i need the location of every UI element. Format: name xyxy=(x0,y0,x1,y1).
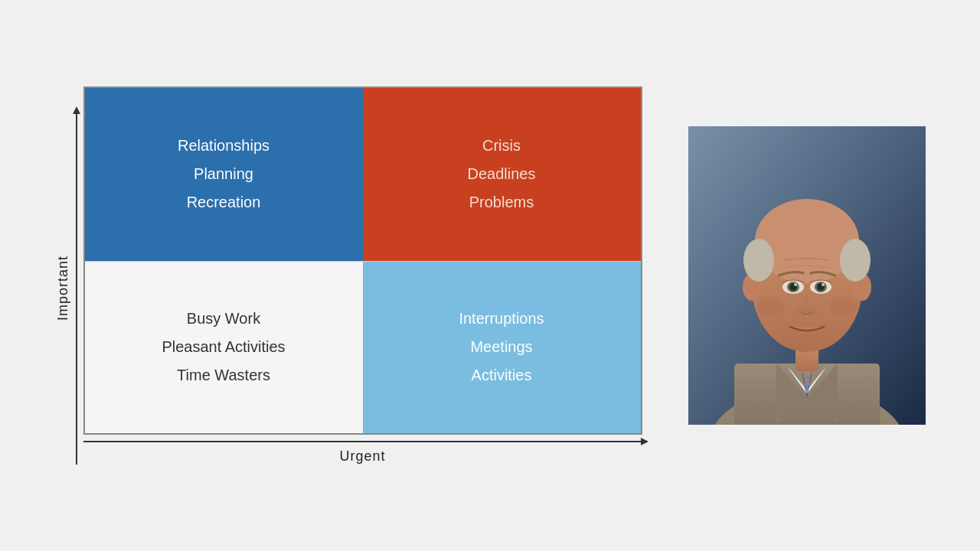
y-axis-line xyxy=(76,112,77,465)
q4-item-3: Activities xyxy=(472,367,532,384)
quadrant-urgent-not-important: Interruptions Meetings Activities xyxy=(363,261,641,434)
x-axis-line xyxy=(83,441,642,442)
svg-point-10 xyxy=(805,388,808,391)
svg-point-17 xyxy=(840,239,871,282)
svg-point-8 xyxy=(804,383,807,386)
quadrant-not-urgent-not-important: Busy Work Pleasant Activities Time Waste… xyxy=(85,261,363,434)
y-axis-label: Important xyxy=(55,256,71,321)
q1-item-3: Recreation xyxy=(187,194,261,211)
portrait-image xyxy=(688,126,926,425)
matrix-grid: Relationships Planning Recreation Crisis… xyxy=(83,86,642,435)
matrix-and-xaxis: Relationships Planning Recreation Crisis… xyxy=(83,86,642,465)
q4-item-2: Meetings xyxy=(470,338,532,356)
x-axis-container: Urgent xyxy=(83,441,642,465)
svg-point-28 xyxy=(757,297,785,315)
q1-item-2: Planning xyxy=(194,165,253,183)
main-container: Important Relationships Planning Recreat… xyxy=(0,0,980,551)
svg-point-29 xyxy=(829,297,857,315)
q2-item-1: Crisis xyxy=(482,137,521,155)
x-axis-label: Urgent xyxy=(339,448,385,465)
svg-point-7 xyxy=(805,377,808,380)
q1-item-1: Relationships xyxy=(178,137,270,155)
q3-item-1: Busy Work xyxy=(187,310,260,328)
svg-point-25 xyxy=(822,283,825,286)
svg-point-24 xyxy=(794,283,797,286)
q3-item-3: Time Wasters xyxy=(177,367,270,384)
quadrant-not-urgent-important: Relationships Planning Recreation xyxy=(85,88,363,261)
q2-item-2: Deadlines xyxy=(468,165,536,183)
portrait-frame xyxy=(688,126,926,425)
matrix-section: Important Relationships Planning Recreat… xyxy=(55,86,642,465)
svg-point-9 xyxy=(807,383,810,386)
portrait-section xyxy=(688,126,926,425)
matrix-with-axes: Important Relationships Planning Recreat… xyxy=(55,86,642,465)
q4-item-1: Interruptions xyxy=(459,310,544,328)
y-axis-container: Important xyxy=(55,112,77,465)
svg-point-16 xyxy=(743,239,774,282)
q2-item-3: Problems xyxy=(469,194,534,211)
quadrant-urgent-important: Crisis Deadlines Problems xyxy=(363,88,641,261)
q3-item-2: Pleasant Activities xyxy=(162,338,285,356)
